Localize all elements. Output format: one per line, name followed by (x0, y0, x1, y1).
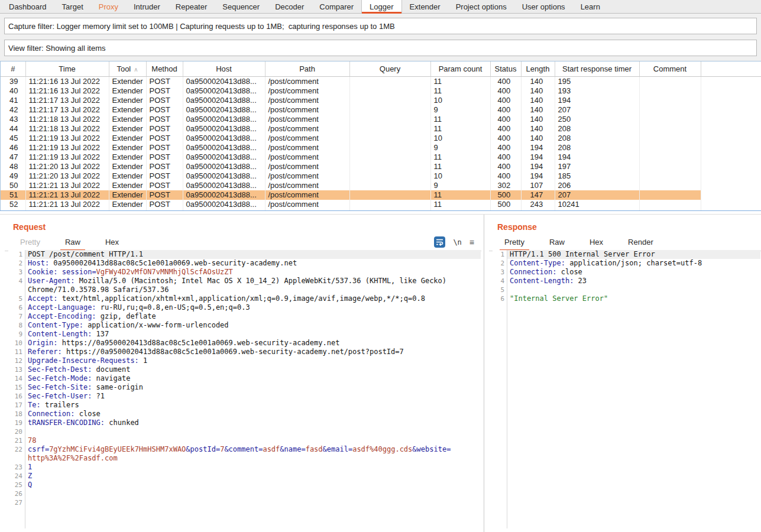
main-tab-extender[interactable]: Extender (402, 0, 448, 13)
cell-timer: 193 (555, 86, 639, 96)
table-row[interactable]: 4011:21:16 13 Jul 2022ExtenderPOST0a9500… (1, 86, 761, 96)
line-number: 4 (493, 277, 504, 286)
response-tab-pretty[interactable]: Pretty (502, 238, 527, 251)
menu-icon[interactable]: ≡ (469, 238, 474, 247)
table-row[interactable]: 4511:21:19 13 Jul 2022ExtenderPOST0a9500… (1, 134, 761, 143)
column-header-status[interactable]: Status (490, 61, 521, 77)
cell-filler (701, 115, 761, 124)
line-number: 23 (8, 463, 22, 472)
code-line: 78 (25, 436, 481, 445)
capture-filter-bar[interactable]: Capture filter: Logger memory limit set … (4, 18, 757, 34)
cell-path: /post/comment (265, 190, 349, 200)
table-row[interactable]: 5111:21:21 13 Jul 2022ExtenderPOST0a9500… (1, 190, 761, 200)
table-row[interactable]: 4311:21:18 13 Jul 2022ExtenderPOST0a9500… (1, 115, 761, 124)
response-tab-raw[interactable]: Raw (547, 238, 567, 251)
main-tab-learn[interactable]: Learn (573, 0, 608, 13)
view-filter-bar[interactable]: View filter: Showing all items (4, 40, 757, 56)
line-number (8, 286, 22, 294)
code-segment: asdf (263, 445, 280, 453)
main-tab-decoder[interactable]: Decoder (267, 0, 312, 13)
cell-length: 147 (521, 190, 555, 200)
code-line: Accept-Encoding: gzip, deflate (25, 312, 481, 321)
code-segment: document (92, 365, 130, 374)
line-number: 5 (8, 294, 22, 303)
table-row[interactable]: 4611:21:19 13 Jul 2022ExtenderPOST0a9500… (1, 143, 761, 153)
code-segment: Referer: (28, 348, 62, 356)
table-row[interactable]: 3911:21:16 13 Jul 2022ExtenderPOST0a9500… (1, 77, 761, 87)
code-line: Sec-Fetch-User: ?1 (25, 392, 481, 401)
table-row[interactable]: 4911:21:20 13 Jul 2022ExtenderPOST0a9500… (1, 171, 761, 181)
code-line: Cookie: session=VgFWy4D2vMfON7vMNMhjQlSc… (25, 268, 481, 277)
column-header-start-response-timer[interactable]: Start response timer (555, 61, 639, 77)
code-segment: ru-RU,ru;q=0.8,en-US;q=0.5,en;q=0.3 (96, 303, 250, 312)
cell-tool: Extender (109, 171, 146, 181)
code-line: Sec-Fetch-Dest: document (25, 365, 481, 374)
column-header-comment[interactable]: Comment (639, 61, 701, 77)
column-header-[interactable]: # (1, 61, 25, 77)
line-number: 17 (8, 401, 22, 410)
sort-asc-icon: ∧ (134, 66, 138, 73)
request-editor[interactable]: 1234567891011121314151617181920212223242… (8, 250, 481, 528)
cell-tool: Extender (109, 86, 146, 96)
column-header-time[interactable]: Time (25, 61, 109, 77)
cell-method: POST (146, 153, 183, 162)
cell-method: POST (146, 77, 183, 87)
cell-path: /post/comment (265, 181, 349, 190)
cell-num: 44 (1, 124, 25, 134)
column-header-method[interactable]: Method (146, 61, 183, 77)
table-row[interactable]: 4211:21:17 13 Jul 2022ExtenderPOST0a9500… (1, 105, 761, 115)
table-row[interactable]: 5011:21:21 13 Jul 2022ExtenderPOST0a9500… (1, 181, 761, 190)
table-row[interactable]: 5211:21:21 13 Jul 2022ExtenderPOST0a9500… (1, 200, 761, 209)
column-header-param-count[interactable]: Param count (430, 61, 490, 77)
cell-timer: 206 (555, 181, 639, 190)
code-segment: Content-Type: (510, 259, 565, 267)
column-header-tool[interactable]: Tool∧ (109, 61, 146, 77)
word-wrap-icon[interactable] (434, 236, 445, 248)
main-tab-user-options[interactable]: User options (514, 0, 573, 13)
table-row[interactable]: 4711:21:19 13 Jul 2022ExtenderPOST0a9500… (1, 153, 761, 162)
cell-path: /post/comment (265, 96, 349, 105)
table-row[interactable]: 4411:21:18 13 Jul 2022ExtenderPOST0a9500… (1, 124, 761, 134)
main-tab-dashboard[interactable]: Dashboard (1, 0, 54, 13)
column-header-path[interactable]: Path (265, 61, 349, 77)
cell-length: 243 (521, 200, 555, 209)
main-tab-sequencer[interactable]: Sequencer (215, 0, 267, 13)
column-header-query[interactable]: Query (349, 61, 430, 77)
line-number: 11 (8, 348, 22, 356)
cell-filler (701, 77, 761, 87)
column-header-host[interactable]: Host (183, 61, 265, 77)
main-tab-repeater[interactable]: Repeater (168, 0, 215, 13)
cell-method: POST (146, 115, 183, 124)
main-tab-comparer[interactable]: Comparer (312, 0, 361, 13)
line-number: 3 (493, 268, 504, 277)
cell-num: 39 (1, 77, 25, 87)
main-tab-project-options[interactable]: Project options (448, 0, 514, 13)
main-tab-logger[interactable]: Logger (361, 0, 401, 13)
table-row[interactable]: 4111:21:17 13 Jul 2022ExtenderPOST0a9500… (1, 96, 761, 105)
column-header-length[interactable]: Length (521, 61, 555, 77)
response-tab-hex[interactable]: Hex (587, 238, 605, 251)
cell-filler (701, 200, 761, 209)
cell-timer: 185 (555, 171, 639, 181)
view-filter-text: View filter: Showing all items (8, 44, 106, 53)
request-tab-raw[interactable]: Raw (63, 238, 83, 251)
cell-host: 0a9500020413d88... (183, 86, 265, 96)
cell-num: 45 (1, 134, 25, 143)
table-row[interactable]: 4811:21:20 13 Jul 2022ExtenderPOST0a9500… (1, 162, 761, 171)
request-tab-pretty[interactable]: Pretty (18, 238, 43, 251)
cell-time: 11:21:20 13 Jul 2022 (25, 162, 109, 171)
cell-length: 194 (521, 162, 555, 171)
main-tab-proxy[interactable]: Proxy (91, 0, 126, 13)
response-editor[interactable]: 123456 HTTP/1.1 500 Internal Server Erro… (493, 250, 760, 528)
cell-query (349, 96, 430, 105)
cell-tool: Extender (109, 181, 146, 190)
cell-length: 140 (521, 86, 555, 96)
main-tab-intruder[interactable]: Intruder (126, 0, 168, 13)
vertical-splitter[interactable] (484, 215, 484, 532)
request-tab-hex[interactable]: Hex (103, 238, 121, 251)
newline-toggle-icon[interactable]: \n (453, 238, 461, 246)
cell-time: 11:21:20 13 Jul 2022 (25, 171, 109, 181)
response-tab-render[interactable]: Render (626, 238, 656, 251)
main-tab-target[interactable]: Target (54, 0, 91, 13)
cell-num: 51 (1, 190, 25, 200)
